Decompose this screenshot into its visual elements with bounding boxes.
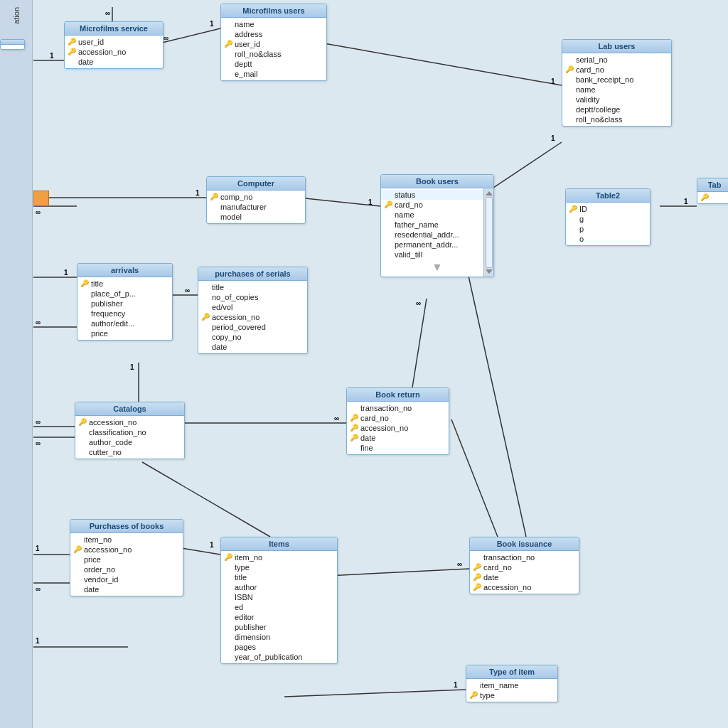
- field-name: title: [91, 279, 103, 288]
- db-field: roll_no&class: [221, 49, 326, 59]
- field-name: status: [395, 191, 415, 199]
- svg-text:∞: ∞: [36, 418, 41, 426]
- left-panel: ation: [0, 0, 33, 728]
- db-field: title: [198, 282, 307, 292]
- db-field: no_of_copies: [198, 292, 307, 302]
- db-field: order_no: [70, 564, 183, 574]
- db-field: pages: [221, 642, 337, 652]
- key-icon: 🔑: [473, 584, 481, 591]
- db-field: o: [566, 234, 650, 244]
- db-field: e_mail: [221, 69, 326, 79]
- db-field: transaction_no: [470, 552, 579, 562]
- table-header: [1, 40, 24, 45]
- table-header: Items: [221, 537, 337, 551]
- field-name: cutter_no: [89, 448, 122, 456]
- field-name: type: [235, 563, 250, 572]
- db-field: year_of_publication: [221, 652, 337, 662]
- field-name: ed: [235, 603, 243, 611]
- key-icon: 🔑: [473, 564, 481, 571]
- db-field: manufacturer: [207, 202, 305, 212]
- db-field: ISBN: [221, 592, 337, 602]
- field-name: comp_no: [220, 193, 252, 201]
- db-field: 🔑date: [470, 572, 579, 582]
- db-field: p: [566, 224, 650, 234]
- field-name: date: [483, 573, 498, 582]
- db-field: publisher: [77, 299, 172, 309]
- field-name: title: [212, 283, 224, 291]
- svg-text:1: 1: [210, 20, 214, 28]
- field-name: publisher: [91, 299, 123, 308]
- db-field: price: [77, 328, 172, 338]
- field-name: place_of_p...: [91, 289, 136, 298]
- table-header: Catalogs: [75, 402, 184, 416]
- table-header: Microfilms service: [65, 22, 163, 36]
- field-name: g: [579, 215, 584, 223]
- field-name: name: [576, 85, 596, 94]
- field-name: address: [235, 30, 262, 38]
- db-field: status: [381, 190, 493, 200]
- table-purchases-of-books: Purchases of books item_no 🔑accession_no…: [70, 519, 183, 596]
- table-items: Items 🔑item_no type title author ISBN ed…: [220, 537, 338, 664]
- svg-text:∞: ∞: [36, 585, 41, 593]
- db-field: title: [221, 572, 337, 582]
- db-field: [1, 46, 24, 48]
- svg-text:1: 1: [551, 77, 555, 85]
- field-name: transaction_no: [360, 404, 412, 412]
- field-name: o: [579, 235, 584, 243]
- key-icon: 🔑: [201, 314, 210, 321]
- key-icon: 🔑: [473, 574, 481, 581]
- field-name: ID: [579, 205, 587, 213]
- db-field: 🔑card_no: [381, 200, 493, 210]
- field-name: title: [235, 573, 247, 582]
- svg-line-14: [299, 198, 380, 206]
- table-microfilms-service: Microfilms service 🔑user_id 🔑accession_n…: [64, 21, 164, 69]
- table-header: Book users: [381, 175, 493, 188]
- db-field: 🔑accession_no: [198, 312, 307, 322]
- db-field: 🔑: [697, 193, 728, 202]
- db-field: place_of_p...: [77, 289, 172, 299]
- field-name: name: [395, 210, 414, 219]
- svg-line-46: [178, 547, 220, 555]
- field-name: bank_receipt_no: [576, 75, 633, 84]
- db-field: ed: [221, 602, 337, 612]
- db-field: name: [221, 19, 326, 29]
- table-body: status 🔑card_no name father_name reseden…: [381, 188, 493, 277]
- svg-text:1: 1: [551, 134, 555, 142]
- key-icon: 🔑: [469, 692, 478, 699]
- field-name: roll_no&class: [235, 50, 281, 58]
- svg-text:∞: ∞: [164, 34, 168, 42]
- field-name: ed/vol: [212, 303, 232, 311]
- field-name: accession_no: [212, 313, 259, 321]
- table-body: 🔑ID g p o: [566, 203, 650, 245]
- db-field: resedential_addr...: [381, 230, 493, 240]
- svg-text:1: 1: [368, 198, 373, 206]
- table-body: 🔑title place_of_p... publisher frequency…: [77, 277, 172, 340]
- key-icon: 🔑: [224, 554, 232, 561]
- field-name: price: [91, 329, 108, 338]
- field-name: period_covered: [212, 323, 266, 331]
- db-field: name: [562, 85, 671, 95]
- db-field: cutter_no: [75, 447, 184, 457]
- db-field: 🔑item_no: [221, 552, 337, 562]
- field-name: editor: [235, 613, 255, 621]
- table-body: item_name 🔑type: [466, 679, 557, 702]
- field-name: name: [235, 20, 255, 28]
- db-field: item_name: [466, 680, 557, 690]
- key-icon: 🔑: [224, 41, 232, 48]
- db-field: father_name: [381, 220, 493, 230]
- field-name: card_no: [483, 563, 512, 572]
- field-name: user_id: [78, 38, 104, 46]
- field-name: date: [360, 434, 375, 442]
- field-name: vendor_id: [84, 575, 118, 584]
- table-body: name address 🔑user_id roll_no&class dept…: [221, 18, 326, 80]
- svg-line-7: [320, 43, 562, 85]
- field-name: transaction_no: [483, 553, 535, 562]
- key-icon: 🔑: [565, 66, 574, 73]
- svg-text:1: 1: [196, 189, 200, 197]
- field-name: dimension: [235, 633, 270, 641]
- table-body: title no_of_copies ed/vol 🔑accession_no …: [198, 281, 307, 353]
- table-lab-users: Lab users serial_no 🔑card_no bank_receip…: [562, 39, 672, 127]
- field-name: year_of_publication: [235, 653, 302, 661]
- db-field: permanent_addr...: [381, 240, 493, 250]
- field-name: valid_till: [395, 250, 422, 259]
